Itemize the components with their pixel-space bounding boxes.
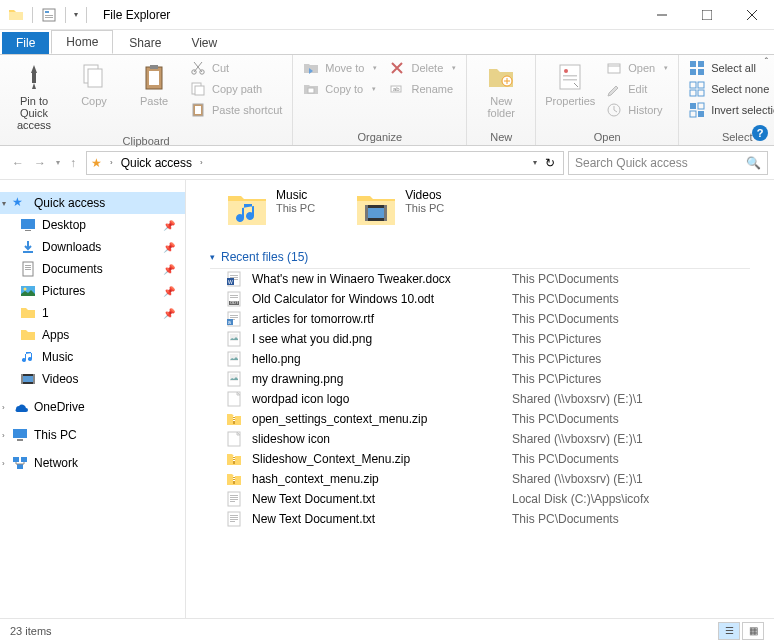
tab-view[interactable]: View <box>177 32 231 54</box>
sidebar-item-videos[interactable]: Videos <box>0 368 185 390</box>
sidebar-item-desktop[interactable]: Desktop📌 <box>0 214 185 236</box>
svg-rect-100 <box>230 497 238 498</box>
folder-tile[interactable]: MusicThis PC <box>226 188 315 230</box>
file-row[interactable]: open_settings_context_menu.zipThis PC\Do… <box>210 409 770 429</box>
pin-quick-access-button[interactable]: Pin to Quick access <box>6 59 62 133</box>
sidebar-item-quick-access[interactable]: ▾★Quick access <box>0 192 185 214</box>
file-row[interactable]: I see what you did.pngThis PC\Pictures <box>210 329 770 349</box>
paste-shortcut-button[interactable]: Paste shortcut <box>186 101 286 119</box>
sidebar-item-music[interactable]: Music <box>0 346 185 368</box>
svg-rect-60 <box>384 205 387 221</box>
properties-icon[interactable] <box>41 7 57 23</box>
sidebar-item-1[interactable]: 1📌 <box>0 302 185 324</box>
svg-rect-63 <box>230 277 238 278</box>
edit-button[interactable]: Edit <box>602 80 672 98</box>
close-button[interactable] <box>729 0 774 30</box>
refresh-button[interactable]: ↻ <box>545 156 555 170</box>
folder-icon <box>355 188 397 230</box>
recent-files-header[interactable]: ▾ Recent files (15) <box>210 246 750 269</box>
copy-path-button[interactable]: Copy path <box>186 80 286 98</box>
file-row[interactable]: hello.pngThis PC\Pictures <box>210 349 770 369</box>
sidebar-item-onedrive[interactable]: ›OneDrive <box>0 396 185 418</box>
copy-button[interactable]: Copy <box>66 59 122 109</box>
select-all-button[interactable]: Select all <box>685 59 774 77</box>
navigation-bar: ← → ▾ ↑ ★ › Quick access › ▾ ↻ Search Qu… <box>0 146 774 180</box>
invert-selection-button[interactable]: Invert selection <box>685 101 774 119</box>
move-to-button[interactable]: Move to▾ <box>299 59 381 77</box>
svg-text:ab: ab <box>393 86 400 92</box>
folder-tile[interactable]: VideosThis PC <box>355 188 444 230</box>
sidebar-item-documents[interactable]: Documents📌 <box>0 258 185 280</box>
sidebar-item-this-pc[interactable]: ›This PC <box>0 424 185 446</box>
help-button[interactable]: ? <box>752 125 768 141</box>
recent-locations-button[interactable]: ▾ <box>56 158 60 167</box>
sidebar-item-apps[interactable]: Apps <box>0 324 185 346</box>
forward-button[interactable]: → <box>34 156 46 170</box>
sidebar-item-downloads[interactable]: Downloads📌 <box>0 236 185 258</box>
address-bar[interactable]: ★ › Quick access › ▾ ↻ <box>86 151 564 175</box>
open-button[interactable]: Open▾ <box>602 59 672 77</box>
svg-rect-58 <box>368 208 384 218</box>
file-name: my drawning.png <box>252 372 512 386</box>
copy-to-button[interactable]: Copy to▾ <box>299 80 381 98</box>
tab-file[interactable]: File <box>2 32 49 54</box>
svg-rect-24 <box>563 79 577 81</box>
file-row[interactable]: hash_context_menu.zipShared (\\vboxsrv) … <box>210 469 770 489</box>
file-icon <box>226 511 242 527</box>
tab-home[interactable]: Home <box>51 30 113 54</box>
file-row[interactable]: New Text Document.txtLocal Disk (C:)\App… <box>210 489 770 509</box>
file-location: Shared (\\vboxsrv) (E:)\1 <box>512 392 643 406</box>
file-row[interactable]: New Text Document.txtThis PC\Documents <box>210 509 770 529</box>
svg-rect-5 <box>32 73 36 83</box>
svg-rect-73 <box>230 315 238 316</box>
pin-icon: 📌 <box>163 308 175 319</box>
search-input[interactable]: Search Quick access 🔍 <box>568 151 768 175</box>
file-row[interactable]: ODTOld Calculator for Windows 10.odtThis… <box>210 289 770 309</box>
file-location: This PC\Pictures <box>512 372 601 386</box>
svg-rect-68 <box>230 295 238 296</box>
chevron-right-icon[interactable]: › <box>106 158 117 167</box>
group-open-label: Open <box>542 129 672 145</box>
chevron-down-icon: ▾ <box>210 252 215 262</box>
file-row[interactable]: wordpad icon logoShared (\\vboxsrv) (E:)… <box>210 389 770 409</box>
maximize-button[interactable] <box>684 0 729 30</box>
breadcrumb[interactable]: Quick access <box>121 156 192 170</box>
rename-button[interactable]: abRename <box>385 80 460 98</box>
sidebar-item-network[interactable]: ›Network <box>0 452 185 474</box>
up-button[interactable]: ↑ <box>70 156 76 170</box>
history-button[interactable]: History <box>602 101 672 119</box>
icons-view-button[interactable]: ▦ <box>742 622 764 640</box>
qat-dropdown-icon[interactable]: ▾ <box>74 10 78 19</box>
minimize-button[interactable] <box>639 0 684 30</box>
file-row[interactable]: WWhat's new in Winaero Tweaker.docxThis … <box>210 269 770 289</box>
file-row[interactable]: Slideshow_Context_Menu.zipThis PC\Docume… <box>210 449 770 469</box>
file-row[interactable]: my drawning.pngThis PC\Pictures <box>210 369 770 389</box>
new-folder-button[interactable]: New folder <box>473 59 529 121</box>
file-row[interactable]: slideshow iconShared (\\vboxsrv) (E:)\1 <box>210 429 770 449</box>
tab-share[interactable]: Share <box>115 32 175 54</box>
chevron-right-icon[interactable]: › <box>196 158 207 167</box>
paste-button[interactable]: Paste <box>126 59 182 109</box>
svg-rect-39 <box>21 219 35 229</box>
svg-rect-2 <box>45 15 53 16</box>
folder-icon <box>8 7 24 23</box>
details-view-button[interactable]: ☰ <box>718 622 740 640</box>
svg-rect-17 <box>308 88 314 93</box>
sidebar-item-pictures[interactable]: Pictures📌 <box>0 280 185 302</box>
svg-rect-4 <box>702 10 712 20</box>
cut-button[interactable]: Cut <box>186 59 286 77</box>
properties-button[interactable]: Properties <box>542 59 598 109</box>
pin-icon: 📌 <box>163 242 175 253</box>
file-icon: a <box>226 311 242 327</box>
delete-button[interactable]: Delete▾ <box>385 59 460 77</box>
svg-rect-14 <box>195 86 204 95</box>
collapse-ribbon-icon[interactable]: ˆ <box>765 57 768 68</box>
file-row[interactable]: aarticles for tomorrow.rtfThis PC\Docume… <box>210 309 770 329</box>
svg-rect-10 <box>149 71 159 85</box>
back-button[interactable]: ← <box>12 156 24 170</box>
folder-icon <box>226 188 268 230</box>
svg-rect-41 <box>23 251 33 253</box>
select-none-button[interactable]: Select none <box>685 80 774 98</box>
svg-rect-101 <box>230 499 238 500</box>
address-dropdown-icon[interactable]: ▾ <box>533 158 537 167</box>
